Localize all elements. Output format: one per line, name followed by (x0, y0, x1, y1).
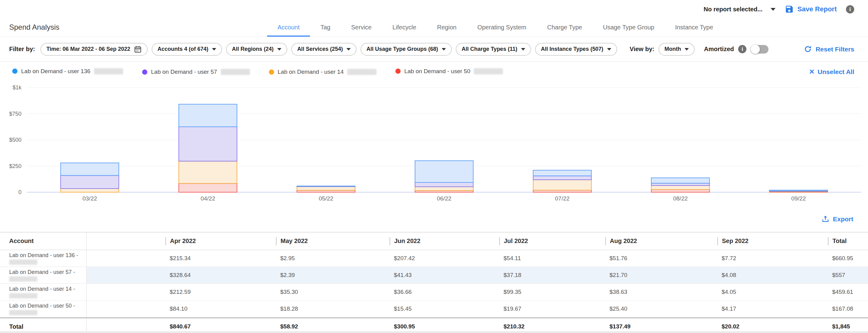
reset-filters-button[interactable]: Reset Filters (804, 45, 854, 53)
chart-bar-segment-lab-on-demand-user-57[interactable] (533, 176, 591, 180)
value-cell: $35.30 (276, 284, 390, 300)
chart-bar-segment-lab-on-demand-user-136[interactable] (769, 190, 828, 191)
tab-operating-system[interactable]: Operating System (467, 24, 537, 37)
caret-down-icon (212, 48, 216, 51)
chart-bar-segment-lab-on-demand-user-14[interactable] (415, 187, 473, 191)
caret-down-icon (277, 48, 281, 51)
filter-pills: Time: 06 Mar 2022 - 06 Sep 2022Accounts … (40, 43, 621, 56)
unselect-all-button[interactable]: ✕ Unselect All (809, 68, 854, 76)
legend-item-lab-on-demand-user-14[interactable]: Lab on Demand - user 14 (269, 69, 376, 75)
filter-pill-label: All Regions (24) (232, 46, 274, 52)
column-header-may-2022[interactable]: May 2022 (276, 232, 390, 250)
tabs: AccountTagServiceLifecycleRegionOperatin… (267, 24, 723, 37)
column-header-total[interactable]: Total (828, 232, 868, 250)
chart-bar-segment-lab-on-demand-user-14[interactable] (651, 186, 710, 190)
redacted-text (347, 69, 376, 75)
horizontal-scrollbar[interactable] (0, 331, 868, 333)
chart-bar-segment-lab-on-demand-user-136[interactable] (297, 186, 355, 187)
account-name: Lab on Demand - user 136 - (9, 252, 83, 259)
column-divider (605, 237, 606, 245)
tab-region[interactable]: Region (427, 24, 467, 37)
view-by-dropdown[interactable]: Month (658, 43, 695, 56)
toggle-knob (751, 45, 760, 54)
filter-pill-all-usage-type-groups[interactable]: All Usage Type Groups (68) (361, 43, 452, 56)
save-report-button[interactable]: Save Report (785, 5, 837, 14)
chart-bar-segment-lab-on-demand-user-57[interactable] (651, 183, 710, 186)
tab-usage-type-group[interactable]: Usage Type Group (593, 24, 665, 37)
row-spacer (87, 284, 165, 300)
y-axis-tick-label: 0 (19, 189, 22, 195)
value-cell: $660.95 (828, 250, 868, 267)
column-header-label: Sep 2022 (722, 237, 749, 244)
unselect-all-label: Unselect All (818, 68, 854, 76)
filter-pill-label: All Services (254) (297, 46, 343, 52)
table-header-row: AccountApr 2022May 2022Jun 2022Jul 2022A… (0, 232, 868, 250)
chart-bar-segment-lab-on-demand-user-14[interactable] (533, 180, 591, 190)
tab-account[interactable]: Account (267, 24, 310, 37)
info-icon[interactable]: i (738, 45, 746, 53)
filter-pill-all-services[interactable]: All Services (254) (291, 43, 356, 56)
account-name: Lab on Demand - user 50 - (9, 303, 83, 309)
chart-bar-segment-lab-on-demand-user-14[interactable] (179, 161, 237, 184)
caret-down-icon (771, 8, 775, 11)
column-header-aug-2022[interactable]: Aug 2022 (605, 232, 717, 250)
tab-charge-type[interactable]: Charge Type (537, 24, 593, 37)
chart-bar-segment-lab-on-demand-user-136[interactable] (415, 161, 473, 182)
account-name-cell: Lab on Demand - user 50 - (0, 301, 87, 317)
column-divider (165, 237, 166, 245)
save-report-label: Save Report (798, 5, 837, 13)
legend-item-lab-on-demand-user-57[interactable]: Lab on Demand - user 57 (142, 69, 250, 75)
legend-item-lab-on-demand-user-50[interactable]: Lab on Demand - user 50 (395, 68, 503, 76)
column-header-apr-2022[interactable]: Apr 2022 (165, 232, 276, 250)
redacted-text (474, 68, 503, 74)
value-cell: $212.59 (165, 284, 276, 300)
caret-down-icon (685, 48, 689, 51)
column-header-label: Aug 2022 (610, 237, 637, 244)
report-selector-dropdown[interactable]: No report selected... (704, 6, 775, 13)
column-header-jul-2022[interactable]: Jul 2022 (499, 232, 605, 250)
filter-pill-label: All Instance Types (507) (541, 46, 603, 52)
legend-item-line: Lab on Demand - user 50 (395, 68, 503, 75)
column-header-jun-2022[interactable]: Jun 2022 (390, 232, 499, 250)
chart-bar-segment-lab-on-demand-user-136[interactable] (651, 178, 710, 183)
tab-service[interactable]: Service (341, 24, 382, 37)
chart-bar-segment-lab-on-demand-user-50[interactable] (651, 190, 710, 192)
chart-bar-segment-lab-on-demand-user-57[interactable] (415, 182, 473, 187)
filter-pill-all-charge-types[interactable]: All Charge Types (11) (456, 43, 531, 56)
chart-bar-segment-lab-on-demand-user-14[interactable] (297, 187, 355, 190)
account-name: Lab on Demand - user 14 - (9, 286, 83, 292)
refresh-icon (804, 45, 812, 53)
export-button[interactable]: Export (822, 215, 853, 223)
filter-pill-time-06-mar-2022-06-sep-2022[interactable]: Time: 06 Mar 2022 - 06 Sep 2022 (40, 43, 148, 56)
value-cell: $2.95 (276, 250, 390, 267)
total-value-cell: $58.92 (276, 318, 390, 333)
tab-lifecycle[interactable]: Lifecycle (382, 24, 427, 37)
column-header-account[interactable]: Account (0, 232, 87, 250)
chart-bar-segment-lab-on-demand-user-50[interactable] (533, 190, 591, 192)
column-divider (717, 237, 718, 245)
chart-bar-segment-lab-on-demand-user-50[interactable] (179, 183, 237, 192)
amortized-group: Amortized i (704, 45, 769, 54)
chart-bar-segment-lab-on-demand-user-136[interactable] (61, 163, 119, 175)
table-total-row: Total$840.67$58.92$300.95$210.32$137.49$… (0, 318, 868, 333)
filter-pill-accounts-4[interactable]: Accounts 4 (of 674) (152, 43, 222, 56)
chart-bar-segment-lab-on-demand-user-14[interactable] (61, 189, 119, 192)
legend-item-line: Lab on Demand - user 57 (142, 69, 250, 75)
chart-bar-segment-lab-on-demand-user-136[interactable] (533, 170, 591, 176)
column-header-sep-2022[interactable]: Sep 2022 (717, 232, 828, 250)
view-by-value: Month (664, 46, 681, 52)
y-axis-tick-label: $500 (9, 137, 22, 143)
info-icon[interactable]: i (846, 5, 854, 13)
chart-bar-segment-lab-on-demand-user-57[interactable] (179, 127, 237, 161)
filter-pill-all-instance-types[interactable]: All Instance Types (507) (535, 43, 617, 56)
legend-item-lab-on-demand-user-136[interactable]: Lab on Demand - user 136 (12, 68, 123, 76)
amortized-toggle[interactable] (751, 45, 769, 54)
chart-bar-segment-lab-on-demand-user-136[interactable] (179, 104, 237, 127)
filter-pill-all-regions[interactable]: All Regions (24) (226, 43, 287, 56)
value-cell: $328.64 (165, 267, 276, 284)
chart-bar-segment-lab-on-demand-user-57[interactable] (61, 175, 119, 189)
total-value-cell: $20.02 (717, 318, 828, 333)
tab-tag[interactable]: Tag (310, 24, 341, 37)
row-spacer (87, 250, 165, 267)
tab-instance-type[interactable]: Instance Type (664, 24, 723, 37)
